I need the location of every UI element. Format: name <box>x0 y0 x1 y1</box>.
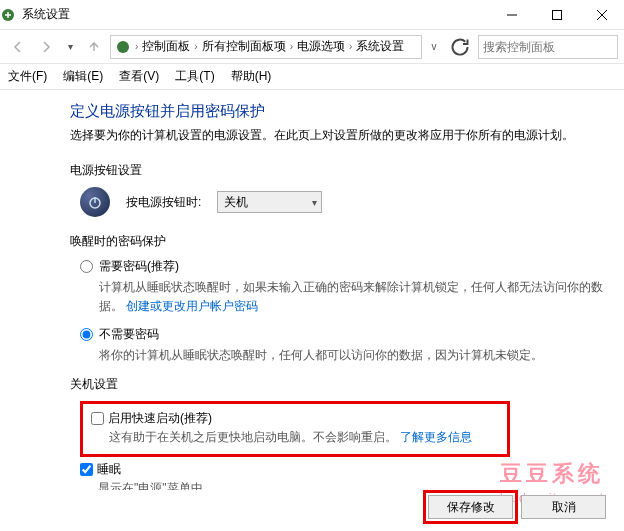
search-input[interactable] <box>478 35 618 59</box>
breadcrumb-item[interactable]: 电源选项 <box>297 38 345 55</box>
link-change-password[interactable]: 创建或更改用户帐户密码 <box>126 299 258 313</box>
section-power-button: 电源按钮设置 <box>70 162 604 179</box>
refresh-button[interactable] <box>448 35 472 59</box>
menu-view[interactable]: 查看(V) <box>119 68 159 85</box>
save-button[interactable]: 保存修改 <box>428 495 513 519</box>
chevron-right-icon: › <box>135 41 138 52</box>
section-wake-password: 唤醒时的密码保护 <box>70 233 604 250</box>
breadcrumb-item[interactable]: 系统设置 <box>356 38 404 55</box>
navbar: ▾ › 控制面板 › 所有控制面板项 › 电源选项 › 系统设置 v <box>0 30 624 64</box>
svg-rect-1 <box>552 10 561 19</box>
power-button-dropdown[interactable]: 关机 <box>217 191 322 213</box>
footer: 保存修改 取消 <box>428 495 606 519</box>
up-button[interactable] <box>82 35 106 59</box>
checkbox-fast-startup[interactable] <box>91 412 104 425</box>
chevron-right-icon: › <box>194 41 197 52</box>
radio-no-password[interactable] <box>80 328 93 341</box>
menu-edit[interactable]: 编辑(E) <box>63 68 103 85</box>
forward-button[interactable] <box>34 35 58 59</box>
radio-label: 需要密码(推荐) <box>99 258 604 275</box>
checkbox-label: 睡眠 <box>97 461 121 478</box>
section-shutdown: 关机设置 <box>70 376 604 393</box>
chevron-right-icon: › <box>290 41 293 52</box>
app-icon <box>0 7 16 23</box>
checkbox-label: 启用快速启动(推荐) <box>108 410 212 427</box>
radio-require-password[interactable] <box>80 260 93 273</box>
power-icon <box>80 187 110 217</box>
checkbox-description: 这有助于在关机之后更快地启动电脑。不会影响重启。 了解更多信息 <box>91 429 499 446</box>
content: 定义电源按钮并启用密码保护 选择要为你的计算机设置的电源设置。在此页上对设置所做… <box>0 90 624 490</box>
titlebar: 系统设置 <box>0 0 624 30</box>
highlight-box: 启用快速启动(推荐) 这有助于在关机之后更快地启动电脑。不会影响重启。 了解更多… <box>80 401 510 457</box>
radio-description: 将你的计算机从睡眠状态唤醒时，任何人都可以访问你的数据，因为计算机未锁定。 <box>99 346 543 365</box>
breadcrumb-item[interactable]: 所有控制面板项 <box>202 38 286 55</box>
menu-file[interactable]: 文件(F) <box>8 68 47 85</box>
page-description: 选择要为你的计算机设置的电源设置。在此页上对设置所做的更改将应用于你所有的电源计… <box>70 127 604 144</box>
power-button-label: 按电源按钮时: <box>126 194 201 211</box>
window-title: 系统设置 <box>22 6 489 23</box>
history-dropdown[interactable]: ▾ <box>62 41 78 52</box>
breadcrumb[interactable]: › 控制面板 › 所有控制面板项 › 电源选项 › 系统设置 <box>110 35 422 59</box>
radio-label: 不需要密码 <box>99 326 543 343</box>
checkbox-sleep[interactable] <box>80 463 93 476</box>
menu-help[interactable]: 帮助(H) <box>231 68 272 85</box>
cancel-button[interactable]: 取消 <box>521 495 606 519</box>
menubar: 文件(F) 编辑(E) 查看(V) 工具(T) 帮助(H) <box>0 64 624 90</box>
link-learn-more[interactable]: 了解更多信息 <box>400 430 472 444</box>
checkbox-description: 显示在"电源"菜单中。 <box>80 480 604 490</box>
back-button[interactable] <box>6 35 30 59</box>
menu-tools[interactable]: 工具(T) <box>175 68 214 85</box>
breadcrumb-item[interactable]: 控制面板 <box>142 38 190 55</box>
maximize-button[interactable] <box>534 0 579 30</box>
radio-description: 计算机从睡眠状态唤醒时，如果未输入正确的密码来解除计算机锁定，任何人都无法访问你… <box>99 278 604 316</box>
svg-point-2 <box>117 41 129 53</box>
minimize-button[interactable] <box>489 0 534 30</box>
close-button[interactable] <box>579 0 624 30</box>
power-plan-icon <box>115 39 131 55</box>
chevron-right-icon: › <box>349 41 352 52</box>
page-title: 定义电源按钮并启用密码保护 <box>70 102 604 121</box>
address-dropdown[interactable]: v <box>426 41 442 52</box>
